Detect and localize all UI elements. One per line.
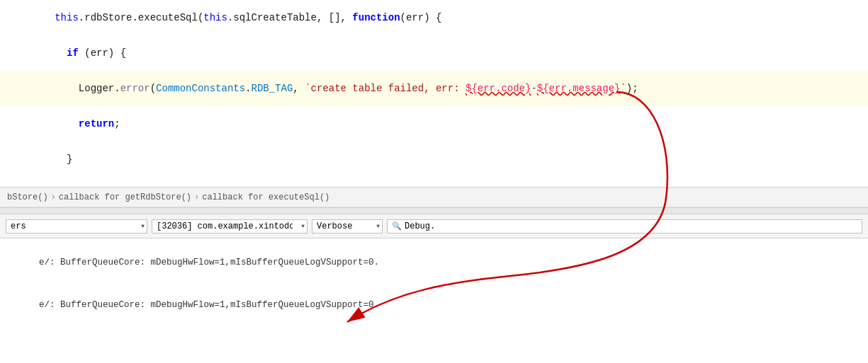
filter-select-wrapper: ers — [6, 219, 147, 234]
keyword-this: this — [55, 12, 79, 23]
log-line-2: e/: BufferQueueCore: mDebugHwFlow=1,mIsB… — [0, 284, 868, 326]
breadcrumb-item-2: callback for getRdbStore() — [59, 192, 191, 202]
breadcrumb-separator-1: › — [51, 192, 56, 202]
code-line-2: if (err) { — [0, 35, 868, 71]
breadcrumb-separator-2: › — [194, 192, 199, 202]
code-line-5: } — [0, 142, 868, 177]
page-wrapper: this.rdbStore.executeSql(this.sqlCreateT… — [0, 0, 868, 363]
search-box[interactable]: 🔍 — [387, 219, 862, 234]
process-select-wrapper: [32036] com.example.xintodo — [152, 219, 308, 234]
code-line-6: Logger.info(CommonConstants.RDB_TAG, 'cr… — [0, 177, 868, 188]
level-select-wrapper: Verbose Debug Info Warn Error — [312, 219, 383, 234]
breadcrumb-item-1: bStore() — [7, 192, 48, 202]
code-line-1: this.rdbStore.executeSql(this.sqlCreateT… — [0, 0, 868, 35]
breadcrumb-item-3: callback for executeSql() — [202, 192, 329, 202]
log-output: e/: BufferQueueCore: mDebugHwFlow=1,mIsB… — [0, 238, 868, 330]
search-input[interactable] — [405, 221, 857, 231]
filter-select[interactable]: ers — [6, 219, 147, 234]
breadcrumb: bStore() › callback for getRdbStore() › … — [0, 188, 868, 207]
search-icon: 🔍 — [392, 221, 402, 231]
level-select[interactable]: Verbose Debug Info Warn Error — [312, 219, 383, 234]
log-line-3: [Debug.Rdb], getRdbStore() finished. — [0, 326, 868, 330]
log-line-1: e/: BufferQueueCore: mDebugHwFlow=1,mIsB… — [0, 241, 868, 284]
process-select[interactable]: [32036] com.example.xintodo — [152, 219, 308, 234]
code-editor: this.rdbStore.executeSql(this.sqlCreateT… — [0, 0, 868, 188]
panel-divider — [0, 207, 868, 214]
logcat-toolbar: ers [32036] com.example.xintodo Verbose … — [0, 214, 868, 238]
code-line-3: Logger.error(CommonConstants.RDB_TAG, `c… — [0, 71, 868, 106]
code-line-4: return; — [0, 106, 868, 142]
